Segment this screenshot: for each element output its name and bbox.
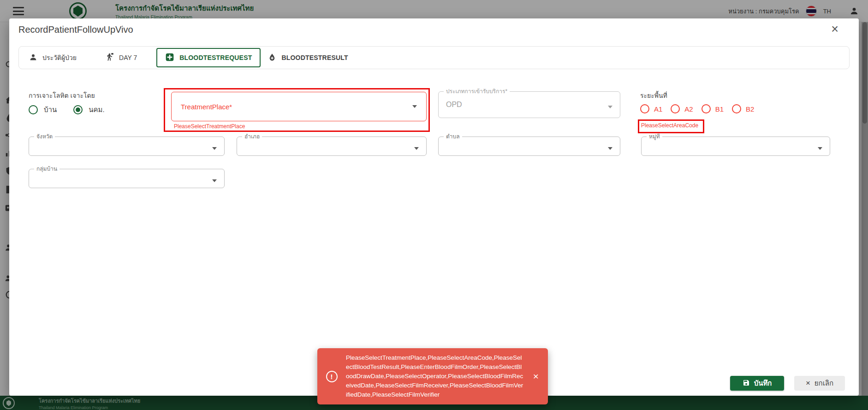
toast-message: PleaseSelectTreatmentPlace,PleaseSelectA… xyxy=(346,353,524,399)
cancel-x-icon: × xyxy=(806,379,810,388)
radio-baan[interactable] xyxy=(29,105,38,114)
province-label: จังหวัด xyxy=(34,134,55,139)
tab-label: ประวัติผู้ป่วย xyxy=(42,53,77,63)
radio-a1[interactable] xyxy=(640,104,649,113)
radio-nakom[interactable] xyxy=(73,105,83,114)
radio-b2-label: B2 xyxy=(746,105,754,113)
radio-a1-label: A1 xyxy=(654,105,662,113)
record-patient-followup-modal: RecordPatientFollowUpVivo × ประวัติผู้ป่… xyxy=(9,18,859,396)
radio-nakom-label: นคม. xyxy=(89,104,104,115)
service-type-select[interactable]: ประเภทการเข้ารับบริการ* OPD xyxy=(438,89,620,118)
radio-baan-label: บ้าน xyxy=(44,104,57,115)
service-type-label: ประเภทการเข้ารับบริการ* xyxy=(444,89,510,94)
close-icon[interactable]: × xyxy=(831,23,838,36)
province-select[interactable]: จังหวัด xyxy=(29,134,225,156)
area-code-label: ระยะพื้นที่ xyxy=(640,90,667,101)
subdistrict-label: ตำบล xyxy=(444,134,462,139)
service-type-value: OPD xyxy=(446,101,462,109)
tab-bloodtestrequest[interactable]: BLOODTESTREQUEST xyxy=(156,48,261,67)
area-code-radio-group: A1 A2 B1 B2 xyxy=(640,104,754,113)
chevron-down-icon xyxy=(412,105,417,108)
save-button[interactable]: บันทึก xyxy=(730,376,784,391)
person-icon xyxy=(29,53,37,63)
area-code-error: PleaseSelectAreaCode xyxy=(641,122,698,129)
chevron-down-icon xyxy=(212,147,217,150)
blood-drop-cross-icon xyxy=(268,53,276,63)
village-group-select[interactable]: กลุ่มบ้าน xyxy=(29,166,225,188)
screen: โครงการกำจัดโรคไข้มาลาเรียแห่งประเทศไทย … xyxy=(0,0,868,410)
treatment-place-error: PleaseSelectTreatmentPlace xyxy=(174,123,245,130)
save-button-label: บันทึก xyxy=(754,378,772,389)
modal-tabbar: ประวัติผู้ป่วย DAY 7 BLOODTESTREQUEST BL… xyxy=(18,46,850,69)
district-select[interactable]: อำเภอ xyxy=(237,134,427,156)
village-group-label: กลุ่มบ้าน xyxy=(34,166,59,172)
tab-label: BLOODTESTRESULT xyxy=(281,54,348,61)
blood-draw-label: การเจาะโลหิต เจาะโดย xyxy=(29,90,95,101)
tab-patient-history[interactable]: ประวัติผู้ป่วย xyxy=(29,53,77,63)
tab-label: BLOODTESTREQUEST xyxy=(179,54,252,61)
moo-label: หมู่ที่ xyxy=(647,134,662,139)
treatment-place-select[interactable]: TreatmentPlace* xyxy=(171,92,427,121)
district-label: อำเภอ xyxy=(242,134,262,139)
modal-title: RecordPatientFollowUpVivo xyxy=(18,24,133,35)
cancel-button-label: ยกเลิก xyxy=(814,378,833,389)
subdistrict-select[interactable]: ตำบล xyxy=(438,134,620,156)
radio-a2[interactable] xyxy=(671,104,680,113)
tab-bloodtestresult[interactable]: BLOODTESTRESULT xyxy=(268,53,348,63)
treatment-place-placeholder: TreatmentPlace* xyxy=(181,103,232,111)
walking-person-icon xyxy=(105,53,114,63)
radio-b1[interactable] xyxy=(702,104,711,113)
cancel-button[interactable]: × ยกเลิก xyxy=(794,376,845,391)
blood-draw-radio-group: บ้าน นคม. xyxy=(29,104,115,115)
radio-b1-label: B1 xyxy=(715,105,724,113)
radio-a2-label: A2 xyxy=(684,105,693,113)
chevron-down-icon xyxy=(608,106,612,108)
chevron-down-icon xyxy=(414,147,419,150)
moo-select[interactable]: หมู่ที่ xyxy=(641,134,830,156)
toast-close-icon[interactable]: × xyxy=(524,371,548,382)
save-icon xyxy=(743,379,750,388)
chevron-down-icon xyxy=(608,147,612,150)
medical-cross-icon xyxy=(165,53,174,63)
tab-day7[interactable]: DAY 7 xyxy=(105,53,137,63)
error-toast: ! PleaseSelectTreatmentPlace,PleaseSelec… xyxy=(317,348,548,404)
chevron-down-icon xyxy=(212,179,217,182)
tab-label: DAY 7 xyxy=(119,54,137,61)
error-exclamation-icon: ! xyxy=(317,371,346,382)
chevron-down-icon xyxy=(818,147,822,150)
radio-b2[interactable] xyxy=(732,104,741,113)
